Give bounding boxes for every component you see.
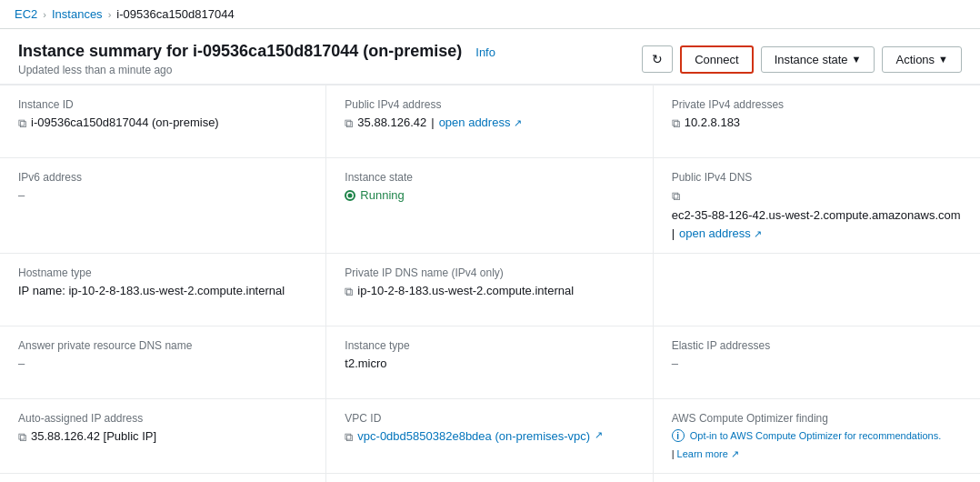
page-title-text: Instance summary for i-09536ca150d817044… xyxy=(18,42,462,60)
detail-instance-type: Instance type t2.micro xyxy=(326,326,653,399)
detail-optimizer: AWS Compute Optimizer finding i Opt-in t… xyxy=(654,399,980,474)
detail-public-dns: Public IPv4 DNS ⧉ ec2-35-88-126-42.us-we… xyxy=(654,158,980,254)
detail-instance-id: Instance ID ⧉ i-09536ca150d817044 (on-pr… xyxy=(0,85,326,158)
answer-dns-text: – xyxy=(18,356,25,370)
detail-ipv6: IPv6 address – xyxy=(0,158,326,254)
value-private-ipv4: ⧉ 10.2.8.183 xyxy=(672,115,962,131)
elastic-ip-text: – xyxy=(672,356,678,370)
label-elastic-ip: Elastic IP addresses xyxy=(672,339,962,352)
detail-empty-1 xyxy=(654,254,980,326)
copy-instance-id[interactable]: ⧉ xyxy=(18,116,26,131)
detail-private-ipv4: Private IPv4 addresses ⧉ 10.2.8.183 xyxy=(654,85,980,158)
copy-public-ipv4[interactable]: ⧉ xyxy=(345,116,353,131)
running-status: Running xyxy=(345,188,404,202)
info-link[interactable]: Info xyxy=(475,45,495,59)
private-dns-text: ip-10-2-8-183.us-west-2.compute.internal xyxy=(357,284,574,297)
pipe-2: | xyxy=(672,226,675,240)
copy-public-dns[interactable]: ⧉ xyxy=(672,189,680,204)
instance-id-text: i-09536ca150d817044 (on-premise) xyxy=(31,115,219,129)
detail-auto-ip: Auto-assigned IP address ⧉ 35.88.126.42 … xyxy=(0,399,326,474)
breadcrumb-sep-2: › xyxy=(108,9,112,20)
learn-more-ext-icon: ↗ xyxy=(731,448,739,459)
ext-icon-2: ↗ xyxy=(754,228,762,239)
detail-iam-role: IAM Role xyxy=(0,474,326,482)
instance-type-text: t2.micro xyxy=(345,356,386,370)
public-dns-text: ec2-35-88-126-42.us-west-2.compute.amazo… xyxy=(672,208,961,222)
copy-vpc-id[interactable]: ⧉ xyxy=(345,430,353,445)
detail-vpc-id: VPC ID ⧉ vpc-0dbd5850382e8bdea (on-premi… xyxy=(326,399,653,474)
optimizer-text: i Opt-in to AWS Compute Optimizer for re… xyxy=(672,429,942,442)
instance-state-label: Instance state xyxy=(775,53,848,66)
connect-button[interactable]: Connect xyxy=(680,45,753,74)
detail-elastic-ip: Elastic IP addresses – xyxy=(654,326,980,399)
value-instance-type: t2.micro xyxy=(345,356,634,370)
hostname-type-text: IP name: ip-10-2-8-183.us-west-2.compute… xyxy=(18,284,285,297)
actions-caret: ▼ xyxy=(938,54,948,65)
pipe-1: | xyxy=(431,115,434,129)
label-optimizer: AWS Compute Optimizer finding xyxy=(672,412,962,425)
copy-private-dns[interactable]: ⧉ xyxy=(345,285,353,299)
auto-ip-text: 35.88.126.42 [Public IP] xyxy=(31,429,156,443)
value-elastic-ip: – xyxy=(672,356,962,370)
copy-auto-ip[interactable]: ⧉ xyxy=(18,430,26,445)
info-circle-icon: i xyxy=(672,429,685,442)
breadcrumb: EC2 › Instances › i-09536ca150d817044 xyxy=(0,0,980,29)
value-ipv6: – xyxy=(18,188,307,202)
label-hostname-type: Hostname type xyxy=(18,266,307,279)
learn-more-link[interactable]: Learn more ↗ xyxy=(677,448,739,459)
ipv6-text: – xyxy=(18,188,25,202)
label-ipv6: IPv6 address xyxy=(18,171,307,184)
ext-icon-1: ↗ xyxy=(514,117,522,128)
label-auto-ip: Auto-assigned IP address xyxy=(18,412,307,425)
detail-instance-state: Instance state Running xyxy=(326,158,653,254)
label-public-dns: Public IPv4 DNS xyxy=(672,171,962,184)
status-dot xyxy=(345,190,355,201)
detail-private-dns: Private IP DNS name (IPv4 only) ⧉ ip-10-… xyxy=(326,254,653,326)
last-updated: Updated less than a minute ago xyxy=(18,64,495,76)
label-vpc-id: VPC ID xyxy=(345,412,634,425)
detail-answer-dns: Answer private resource DNS name – xyxy=(0,326,326,399)
page-header: Instance summary for i-09536ca150d817044… xyxy=(0,29,980,85)
label-instance-type: Instance type xyxy=(345,339,634,352)
learn-more-row: | Learn more ↗ xyxy=(672,448,739,460)
copy-private-ipv4[interactable]: ⧉ xyxy=(672,116,680,131)
value-answer-dns: – xyxy=(18,356,307,370)
value-auto-ip: ⧉ 35.88.126.42 [Public IP] xyxy=(18,429,307,445)
instance-state-button[interactable]: Instance state ▼ xyxy=(761,46,875,73)
vpc-id-link[interactable]: vpc-0dbd5850382e8bdea (on-premises-vpc) xyxy=(357,429,590,443)
detail-public-ipv4: Public IPv4 address ⧉ 35.88.126.42 | ope… xyxy=(326,85,653,158)
label-public-ipv4: Public IPv4 address xyxy=(345,98,634,111)
label-private-dns: Private IP DNS name (IPv4 only) xyxy=(345,266,634,279)
optimizer-link[interactable]: Opt-in to AWS Compute Optimizer for reco… xyxy=(690,430,942,441)
open-address-link-1[interactable]: open address ↗ xyxy=(439,115,522,129)
header-actions: ↻ Connect Instance state ▼ Actions ▼ xyxy=(642,45,962,74)
public-ipv4-text: 35.88.126.42 xyxy=(357,115,426,129)
private-ipv4-text: 10.2.8.183 xyxy=(685,115,740,129)
open-address-link-2[interactable]: open address ↗ xyxy=(679,226,762,240)
refresh-button[interactable]: ↻ xyxy=(642,45,673,73)
value-instance-state: Running xyxy=(345,188,634,202)
value-public-ipv4: ⧉ 35.88.126.42 | open address ↗ xyxy=(345,115,634,131)
breadcrumb-sep-1: › xyxy=(43,9,46,20)
breadcrumb-instances[interactable]: Instances xyxy=(52,7,103,21)
value-hostname-type: IP name: ip-10-2-8-183.us-west-2.compute… xyxy=(18,284,307,297)
label-private-ipv4: Private IPv4 addresses xyxy=(672,98,962,111)
instance-state-caret: ▼ xyxy=(852,54,862,65)
detail-hostname-type: Hostname type IP name: ip-10-2-8-183.us-… xyxy=(0,254,326,326)
label-instance-state: Instance state xyxy=(345,171,634,184)
header-left: Instance summary for i-09536ca150d817044… xyxy=(18,42,495,76)
vpc-ext-icon: ↗ xyxy=(595,429,603,441)
details-grid: Instance ID ⧉ i-09536ca150d817044 (on-pr… xyxy=(0,85,980,482)
actions-label: Actions xyxy=(895,53,935,66)
value-instance-id: ⧉ i-09536ca150d817044 (on-premise) xyxy=(18,115,307,131)
actions-button[interactable]: Actions ▼ xyxy=(882,46,962,73)
breadcrumb-instance-id: i-09536ca150d817044 xyxy=(116,7,234,21)
value-optimizer: i Opt-in to AWS Compute Optimizer for re… xyxy=(672,429,962,460)
running-text: Running xyxy=(360,188,404,202)
label-answer-dns: Answer private resource DNS name xyxy=(18,339,307,352)
detail-subnet-id: Subnet ID ⧉ subnet-028203a3ef6e37b8d (on… xyxy=(326,474,653,482)
detail-asg-name: Auto Scaling Group name xyxy=(654,474,980,482)
value-vpc-id: ⧉ vpc-0dbd5850382e8bdea (on-premises-vpc… xyxy=(345,429,634,445)
label-instance-id: Instance ID xyxy=(18,98,307,111)
breadcrumb-ec2[interactable]: EC2 xyxy=(15,7,37,21)
